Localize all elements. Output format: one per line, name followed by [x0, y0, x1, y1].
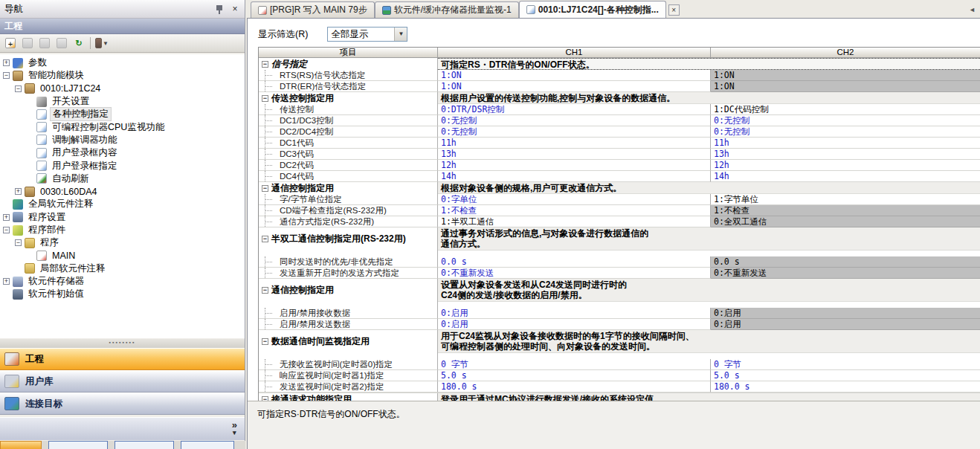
- display-filter-select[interactable]: 全部显示 ▼: [327, 27, 407, 42]
- tree-expander-icon[interactable]: +: [3, 59, 10, 66]
- tree-expander-icon[interactable]: −: [3, 72, 10, 79]
- copy-icon[interactable]: [20, 36, 35, 51]
- value-cell-ch1[interactable]: 1:ON: [438, 70, 711, 81]
- copy-info-icon[interactable]: [54, 36, 69, 51]
- group-item-cell[interactable]: −接通请求功能指定用: [259, 393, 438, 401]
- value-cell-ch1[interactable]: 14h: [438, 171, 711, 182]
- hidden-tab-fragment[interactable]: [0, 441, 42, 449]
- parameter-item-cell[interactable]: 启用/禁用发送数据: [259, 319, 438, 330]
- sidebar-item-0010:LJ71C24[interactable]: −0010:LJ71C24: [0, 83, 245, 95]
- tree-expander-icon[interactable]: −: [262, 287, 268, 294]
- value-cell-ch2[interactable]: 0:启用: [711, 308, 980, 319]
- group-description-cell[interactable]: 用于C24监视从对象设备接收数据时的每1字节的接收间隔时间、可编程控制器侧的处理…: [438, 330, 980, 353]
- value-cell-ch2[interactable]: 1:ON: [711, 81, 980, 92]
- value-cell-ch2[interactable]: 5.0 s: [711, 370, 980, 381]
- value-cell-ch1[interactable]: 180.0 s: [438, 381, 711, 393]
- parameter-item-cell[interactable]: 启用/禁用接收数据: [259, 308, 438, 319]
- sidebar-item-程序部件[interactable]: −程序部件: [0, 224, 245, 236]
- sidebar-item-调制解调器功能[interactable]: 调制解调器功能: [0, 134, 245, 146]
- parameter-item-cell[interactable]: 无接收监视时间(定时器0)指定: [259, 359, 438, 370]
- value-cell-ch2[interactable]: 0:不重新发送: [711, 268, 980, 279]
- sidebar-item-开关设置[interactable]: 开关设置: [0, 95, 245, 108]
- group-item-cell[interactable]: −传送控制指定用: [259, 92, 438, 104]
- sidebar-item-0030:L60DA4[interactable]: +0030:L60DA4: [0, 185, 245, 198]
- sidebar-item-软元件存储器[interactable]: +软元件存储器: [0, 275, 245, 288]
- value-cell-ch2[interactable]: 14h: [711, 171, 980, 182]
- tree-expander-icon[interactable]: −: [262, 61, 268, 68]
- sidebar-item-程序设置[interactable]: +程序设置: [0, 211, 245, 224]
- close-icon[interactable]: ×: [230, 4, 240, 14]
- tree-expander-icon[interactable]: −: [262, 236, 268, 242]
- value-cell-ch1[interactable]: 0:不重新发送: [438, 268, 711, 279]
- paste-icon[interactable]: [37, 36, 52, 51]
- tree-expander-icon[interactable]: −: [15, 85, 22, 92]
- parameter-item-cell[interactable]: 通信方式指定(RS-232用): [259, 216, 438, 227]
- document-tab-2[interactable]: 软元件/缓冲存储器批量监视-1: [375, 1, 519, 18]
- group-item-cell[interactable]: −信号指定: [259, 58, 438, 70]
- value-cell-ch1[interactable]: 5.0 s: [438, 370, 711, 381]
- value-cell-ch1[interactable]: 0 字节: [438, 359, 711, 370]
- parameter-item-cell[interactable]: 发送监视时间(定时器2)指定: [259, 381, 438, 393]
- parameter-item-cell[interactable]: CD端子检查指定(RS-232用): [259, 205, 438, 216]
- document-tab-1[interactable]: [PRG]R 写入 MAIN 79步: [251, 1, 375, 18]
- value-cell-ch2[interactable]: 1:ON: [711, 70, 980, 81]
- parameter-item-cell[interactable]: RTS(RS)信号状态指定: [259, 70, 438, 81]
- parameter-item-cell[interactable]: DC1/DC3控制: [259, 115, 438, 126]
- value-cell-ch2[interactable]: 0:无控制: [711, 126, 980, 138]
- value-cell-ch2[interactable]: 11h: [711, 138, 980, 149]
- tree-splitter[interactable]: ▪▪▪▪▪▪▪▪: [0, 339, 245, 348]
- sidebar-item-局部软元件注释[interactable]: 局部软元件注释: [0, 262, 245, 275]
- tree-expander-icon[interactable]: −: [262, 95, 268, 102]
- sidebar-item-各种控制指定[interactable]: 各种控制指定: [0, 108, 245, 120]
- sidebar-item-MAIN[interactable]: MAIN: [0, 249, 245, 262]
- group-description-cell[interactable]: 可指定RS・DTR信号的ON/OFF状态。: [438, 58, 980, 70]
- sidebar-item-程序[interactable]: −程序: [0, 236, 245, 249]
- parameter-item-cell[interactable]: DC2代码: [259, 160, 438, 171]
- value-cell-ch1[interactable]: 1:半双工通信: [438, 216, 711, 227]
- sidebar-item-自动刷新[interactable]: 自动刷新: [0, 172, 245, 185]
- value-cell-ch1[interactable]: 1:不检查: [438, 205, 711, 216]
- chevron-down-icon[interactable]: ▼: [394, 28, 407, 41]
- value-cell-ch2[interactable]: 0:全双工通信: [711, 216, 980, 227]
- new-item-icon[interactable]: +: [3, 36, 18, 51]
- sidebar-item-软元件初始值[interactable]: 软元件初始值: [0, 288, 245, 300]
- value-cell-ch1[interactable]: 11h: [438, 138, 711, 149]
- sidebar-item-全局软元件注释[interactable]: 全局软元件注释: [0, 198, 245, 210]
- hidden-tab-fragment[interactable]: [181, 441, 234, 449]
- tree-expander-icon[interactable]: −: [262, 185, 268, 192]
- value-cell-ch1[interactable]: 0:启用: [438, 319, 711, 330]
- sidebar-item-智能功能模块[interactable]: −智能功能模块: [0, 69, 245, 82]
- parameter-item-cell[interactable]: 响应监视时间(定时器1)指定: [259, 370, 438, 381]
- value-cell-ch2[interactable]: 1:不检查: [711, 205, 980, 216]
- parameter-item-cell[interactable]: DC4代码: [259, 171, 438, 182]
- tab-scroll-icon[interactable]: ◄: [969, 6, 980, 13]
- sidebar-item-用户登录框指定[interactable]: 用户登录框指定: [0, 159, 245, 172]
- group-description-cell[interactable]: 设置从对象设备发送和从C24发送同时进行时的C24侧的发送/接收数据的启用/禁用…: [438, 279, 980, 302]
- group-description-cell[interactable]: 登录用于通过MC协议进行数据发送/接收的系统设定值。: [438, 393, 980, 401]
- hidden-tab-fragment[interactable]: [115, 441, 174, 449]
- value-cell-ch2[interactable]: 0 字节: [711, 359, 980, 370]
- value-cell-ch1[interactable]: 0.0 s: [438, 256, 711, 268]
- module-order-icon[interactable]: ▼: [94, 36, 109, 51]
- group-item-cell[interactable]: −数据通信时间监视指定用: [259, 330, 438, 353]
- parameter-item-cell[interactable]: 同时发送时的优先/非优先指定: [259, 256, 438, 268]
- group-item-cell[interactable]: −半双工通信控制指定用(RS-232用): [259, 227, 438, 251]
- value-cell-ch2[interactable]: 180.0 s: [711, 381, 980, 393]
- value-cell-ch2[interactable]: 0.0 s: [711, 256, 980, 268]
- pin-icon[interactable]: [216, 4, 224, 14]
- tree-expander-icon[interactable]: +: [3, 278, 10, 285]
- group-description-cell[interactable]: 根据对象设备侧的规格,用户可更改通信方式。: [438, 182, 980, 194]
- parameter-item-cell[interactable]: 传送控制: [259, 104, 438, 115]
- value-cell-ch2[interactable]: 0:启用: [711, 319, 980, 330]
- parameter-item-cell[interactable]: DC1代码: [259, 138, 438, 149]
- value-cell-ch1[interactable]: 0:无控制: [438, 126, 711, 138]
- value-cell-ch1[interactable]: 13h: [438, 149, 711, 160]
- group-item-cell[interactable]: −通信控制指定用: [259, 279, 438, 302]
- tree-expander-icon[interactable]: −: [15, 239, 22, 246]
- parameter-item-cell[interactable]: DC2/DC4控制: [259, 126, 438, 138]
- value-cell-ch1[interactable]: 0:启用: [438, 308, 711, 319]
- refresh-icon[interactable]: ↻: [71, 36, 86, 51]
- value-cell-ch1[interactable]: 0:无控制: [438, 115, 711, 126]
- document-tab-3[interactable]: 0010:LJ71C24[]-各种控制指...: [519, 1, 666, 18]
- sidebar-item-可编程控制器CPU监视功能[interactable]: 可编程控制器CPU监视功能: [0, 120, 245, 133]
